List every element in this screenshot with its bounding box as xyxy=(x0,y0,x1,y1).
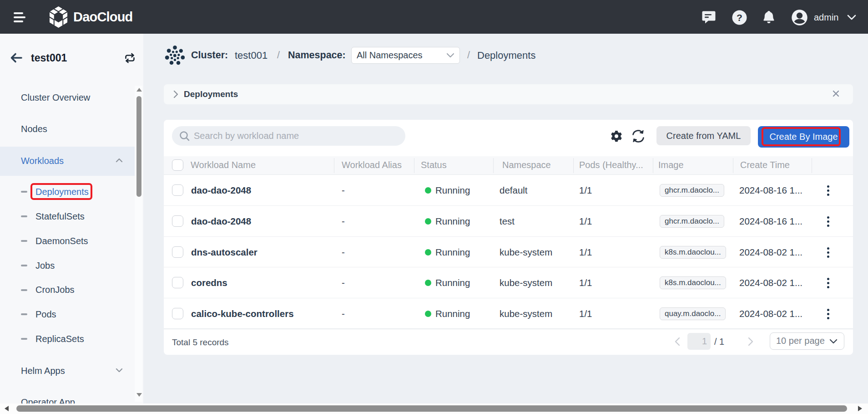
svg-text:?: ? xyxy=(737,12,742,23)
